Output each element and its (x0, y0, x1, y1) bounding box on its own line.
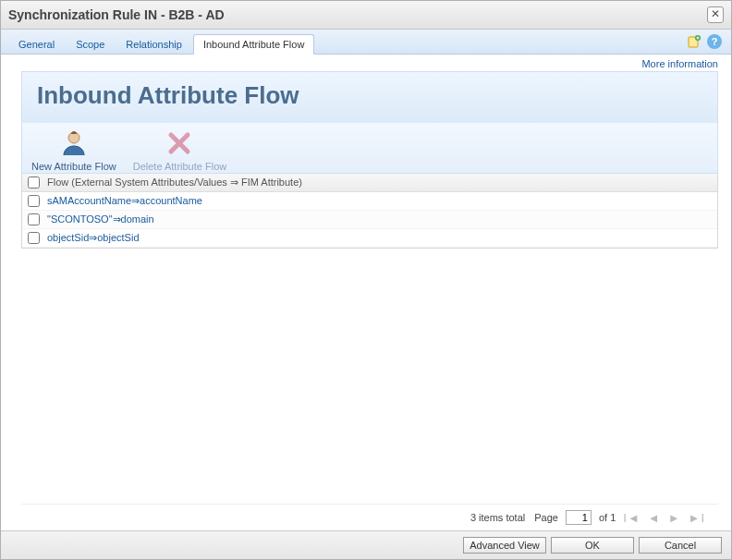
more-information-link[interactable]: More information (641, 58, 718, 69)
delete-attribute-flow-label: Delete Attribute Flow (133, 161, 227, 172)
tab-general[interactable]: General (8, 34, 65, 54)
flow-cell[interactable]: sAMAccountName⇒accountName (47, 195, 202, 207)
grid-header: Flow (External System Attributes/Values … (22, 174, 717, 192)
items-total: 3 items total (470, 512, 525, 523)
row-checkbox[interactable] (28, 232, 40, 244)
pager-first-icon[interactable]: I◄ (623, 511, 640, 525)
row-checkbox[interactable] (28, 195, 40, 207)
spacer (21, 249, 718, 504)
flow-cell[interactable]: objectSid⇒objectSid (47, 232, 140, 244)
tab-inbound-attribute-flow[interactable]: Inbound Attribute Flow (193, 34, 314, 55)
toolbar: New Attribute Flow Delete Attribute Flow (21, 123, 718, 174)
footer: Advanced View OK Cancel (1, 530, 731, 559)
tabbar-icons: ? (687, 34, 722, 49)
tabbar: General Scope Relationship Inbound Attri… (1, 30, 731, 55)
grid-header-label: Flow (External System Attributes/Values … (47, 177, 302, 189)
cancel-button[interactable]: Cancel (639, 537, 722, 554)
row-checkbox[interactable] (28, 213, 40, 225)
page-header: Inbound Attribute Flow (21, 71, 718, 123)
user-icon (56, 127, 92, 159)
tab-relationship[interactable]: Relationship (116, 34, 192, 54)
new-attribute-flow-button[interactable]: New Attribute Flow (31, 127, 116, 172)
content: Inbound Attribute Flow New Attribute Flo… (1, 71, 731, 530)
pager-controls: Page of 1 I◄ ◄ ► ►I (534, 510, 705, 525)
pager: 3 items total Page of 1 I◄ ◄ ► ►I (21, 504, 718, 530)
pager-last-icon[interactable]: ►I (689, 511, 705, 525)
dialog: Synchronization Rule IN - B2B - AD ✕ Gen… (0, 0, 732, 560)
select-all-checkbox[interactable] (28, 177, 40, 189)
grid-row[interactable]: objectSid⇒objectSid (22, 229, 717, 248)
titlebar: Synchronization Rule IN - B2B - AD ✕ (1, 1, 731, 30)
advanced-view-button[interactable]: Advanced View (463, 537, 546, 554)
page-of: of 1 (599, 512, 616, 523)
grid-row[interactable]: "SCONTOSO"⇒domain (22, 211, 717, 229)
delete-attribute-flow-button: Delete Attribute Flow (133, 127, 227, 172)
pager-prev-icon[interactable]: ◄ (648, 511, 661, 525)
pager-next-icon[interactable]: ► (668, 511, 681, 525)
grid: Flow (External System Attributes/Values … (21, 174, 718, 249)
new-object-icon[interactable] (687, 34, 702, 49)
grid-row[interactable]: sAMAccountName⇒accountName (22, 192, 717, 211)
ok-button[interactable]: OK (551, 537, 634, 554)
flow-cell[interactable]: "SCONTOSO"⇒domain (47, 213, 154, 225)
new-attribute-flow-label: New Attribute Flow (31, 161, 116, 172)
dialog-title: Synchronization Rule IN - B2B - AD (8, 7, 225, 22)
page-label: Page (534, 512, 558, 523)
tab-scope[interactable]: Scope (66, 34, 115, 54)
delete-icon (162, 127, 197, 159)
page-title: Inbound Attribute Flow (37, 81, 702, 110)
info-link-row: More information (1, 55, 731, 71)
close-button[interactable]: ✕ (707, 6, 724, 23)
page-input[interactable] (566, 510, 592, 525)
help-icon[interactable]: ? (707, 34, 722, 49)
